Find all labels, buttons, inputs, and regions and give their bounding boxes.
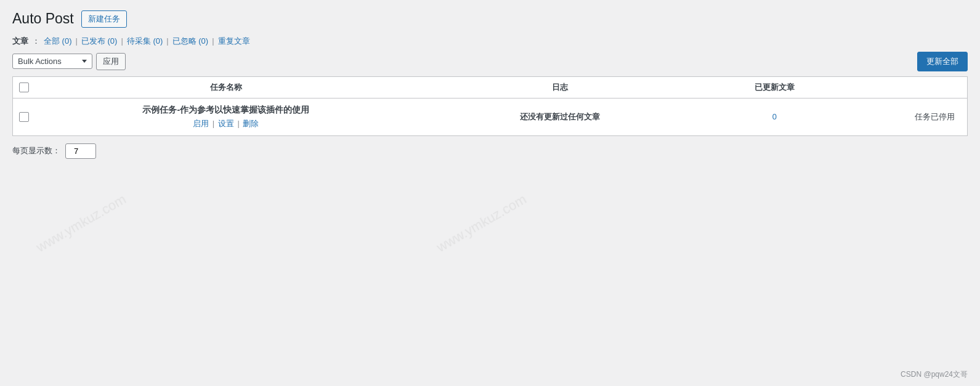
bulk-actions-select[interactable]: Bulk Actions — [12, 54, 92, 69]
row-checkbox[interactable] — [19, 112, 29, 122]
task-action-sep-2: | — [237, 119, 239, 128]
page-title: Auto Post — [12, 10, 74, 28]
filter-bar: 文章 ： 全部 (0) | 已发布 (0) | 待采集 (0) | 已忽略 (0… — [12, 36, 968, 47]
tasks-table: 任务名称 日志 已更新文章 示例任务-作 — [13, 77, 967, 135]
col-log-header: 日志 — [417, 77, 703, 99]
chevron-down-icon — [82, 60, 87, 63]
watermark-2: www.ymkuz.com — [434, 191, 529, 255]
row-updated-cell: 0 — [703, 98, 846, 135]
filter-ignored[interactable]: 已忽略 (0) — [172, 36, 209, 47]
filter-all[interactable]: 全部 (0) — [44, 36, 72, 47]
table-header-row: 任务名称 日志 已更新文章 — [13, 77, 967, 99]
filter-sep-4: | — [212, 36, 214, 46]
task-delete-link[interactable]: 删除 — [243, 119, 259, 128]
new-task-button[interactable]: 新建任务 — [81, 10, 127, 28]
watermark-1: www.ymkuz.com — [33, 191, 129, 255]
task-status: 任务已停用 — [915, 112, 955, 121]
row-status-cell: 任务已停用 — [846, 98, 967, 135]
col-updated-header: 已更新文章 — [703, 77, 846, 99]
filter-sep-3: | — [166, 36, 168, 46]
table-row: 示例任务-作为参考以快速掌握该插件的使用 启用 | 设置 | 删除 还没有更新过… — [13, 98, 967, 135]
filter-pending[interactable]: 待采集 (0) — [127, 36, 163, 47]
row-name-cell: 示例任务-作为参考以快速掌握该插件的使用 启用 | 设置 | 删除 — [35, 98, 417, 135]
select-all-checkbox[interactable] — [19, 82, 29, 92]
task-enable-link[interactable]: 启用 — [193, 119, 209, 128]
page-header: Auto Post 新建任务 — [12, 10, 968, 28]
update-all-button[interactable]: 更新全部 — [917, 52, 968, 71]
filter-label: 文章 — [12, 36, 28, 47]
page-wrapper: Auto Post 新建任务 文章 ： 全部 (0) | 已发布 (0) | 待… — [0, 0, 980, 386]
row-log-cell: 还没有更新过任何文章 — [417, 98, 703, 135]
csdn-credit: CSDN @pqw24文哥 — [901, 369, 968, 380]
table-container: 任务名称 日志 已更新文章 示例任务-作 — [12, 76, 968, 136]
bulk-actions-label: Bulk Actions — [18, 57, 62, 66]
filter-published[interactable]: 已发布 (0) — [81, 36, 118, 47]
col-status-header — [846, 77, 967, 99]
per-page-row: 每页显示数： — [12, 143, 968, 159]
row-checkbox-cell — [13, 98, 35, 135]
filter-sep-1: | — [76, 36, 78, 46]
toolbar: Bulk Actions 应用 更新全部 — [12, 52, 968, 71]
col-name-header: 任务名称 — [35, 77, 417, 99]
toolbar-right: 更新全部 — [917, 52, 968, 71]
select-all-header — [13, 77, 35, 99]
task-settings-link[interactable]: 设置 — [218, 119, 234, 128]
filter-duplicate[interactable]: 重复文章 — [218, 36, 250, 47]
task-log-text: 还没有更新过任何文章 — [520, 112, 600, 121]
apply-button[interactable]: 应用 — [96, 53, 126, 70]
filter-separator-0: ： — [32, 36, 40, 47]
task-action-sep-1: | — [213, 119, 214, 128]
per-page-input[interactable] — [65, 143, 96, 159]
task-actions: 启用 | 设置 | 删除 — [41, 118, 411, 129]
task-updated-count: 0 — [772, 112, 777, 121]
per-page-label: 每页显示数： — [12, 145, 60, 156]
task-name: 示例任务-作为参考以快速掌握该插件的使用 — [41, 105, 411, 116]
filter-sep-2: | — [121, 36, 123, 46]
toolbar-left: Bulk Actions 应用 — [12, 53, 126, 70]
